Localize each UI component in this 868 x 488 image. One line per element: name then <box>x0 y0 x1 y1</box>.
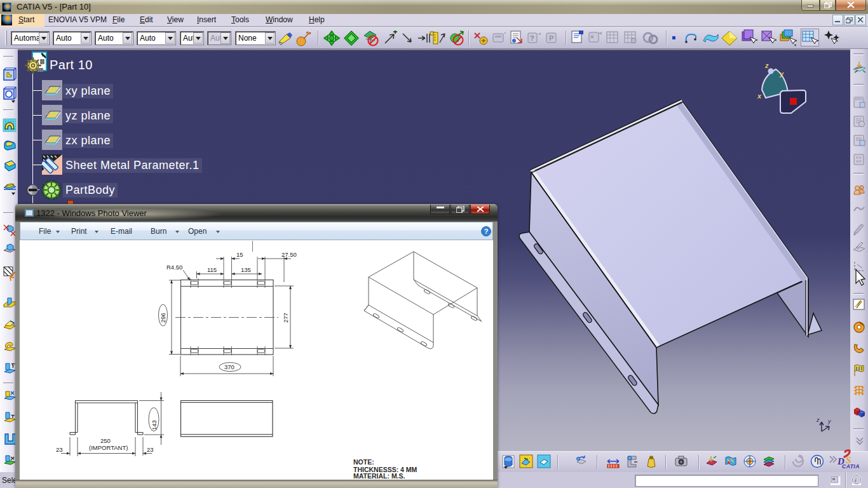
svg-text:?: ? <box>530 34 534 42</box>
svg-text:135: 135 <box>241 266 251 273</box>
svg-text:(IMPORTANT): (IMPORTANT) <box>89 444 128 451</box>
svg-text:370: 370 <box>224 363 234 370</box>
svg-text:143: 143 <box>151 420 158 430</box>
svg-text:296: 296 <box>159 313 166 323</box>
svg-text:z: z <box>764 62 769 69</box>
svg-text:23: 23 <box>147 446 154 453</box>
svg-text:27.50: 27.50 <box>281 251 297 258</box>
svg-text:i: i <box>855 477 857 484</box>
svg-text:z: z <box>816 417 820 423</box>
svg-text:15: 15 <box>236 251 243 258</box>
svg-text:P: P <box>549 34 553 42</box>
svg-text:CATIA: CATIA <box>842 463 860 470</box>
svg-text:250: 250 <box>100 437 111 444</box>
svg-text:y: y <box>779 70 784 78</box>
svg-text:?: ? <box>484 227 489 235</box>
svg-text:x: x <box>757 92 762 100</box>
svg-text:y: y <box>827 418 831 424</box>
svg-text:115: 115 <box>207 266 217 273</box>
svg-text:277: 277 <box>282 313 289 323</box>
svg-text:MATERIAL: M.S.: MATERIAL: M.S. <box>353 472 405 480</box>
svg-text:23: 23 <box>56 446 63 453</box>
svg-text:R4.50: R4.50 <box>166 264 182 271</box>
svg-text:NOTE:: NOTE: <box>353 458 374 466</box>
